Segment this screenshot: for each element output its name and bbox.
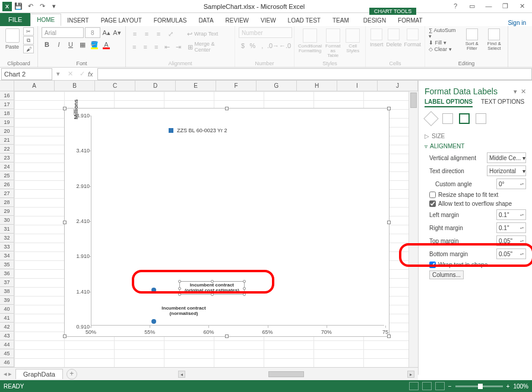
column-header[interactable]: J [378,81,418,91]
ribbon-options-icon[interactable]: ▭ [466,2,479,10]
tab-loadtest[interactable]: LOAD TEST [282,15,327,26]
page-layout-view-icon[interactable] [422,382,432,390]
tab-team[interactable]: TEAM [327,15,355,26]
row-header[interactable]: 22 [0,145,14,154]
tab-text-options[interactable]: TEXT OPTIONS [481,98,524,107]
text-direction-combo[interactable]: Horizontal▾ [487,165,526,176]
row-header[interactable]: 37 [0,278,14,287]
row-header[interactable]: 27 [0,189,14,198]
formula-input[interactable] [97,68,532,80]
increase-decimal-icon[interactable]: .0→ [268,40,278,51]
row-header[interactable]: 28 [0,198,14,207]
new-sheet-button[interactable]: + [66,369,77,380]
font-size-combo[interactable]: 8 [85,27,100,38]
vertical-scrollbar[interactable] [408,91,418,375]
top-margin-spinner[interactable]: 0.05"▴▾ [496,235,526,246]
find-select-button[interactable]: Find & Select [484,27,504,51]
tab-review[interactable]: REVIEW [220,15,255,26]
effects-icon[interactable] [442,113,453,124]
delete-cells-button[interactable]: Delete [386,27,401,47]
save-icon[interactable]: 💾 [13,1,24,12]
page-break-view-icon[interactable] [435,382,445,390]
format-painter-button[interactable]: 🖌 [23,45,34,53]
fx-icon[interactable]: fx [88,71,97,78]
column-headers[interactable]: ABCDEFGHIJ [14,81,418,91]
tab-data[interactable]: DATA [192,15,219,26]
sheet-tab-graphdata[interactable]: GraphData [15,369,63,379]
bottom-margin-spinner[interactable]: 0.05"▴▾ [496,248,526,259]
align-top-icon[interactable]: ≡ [129,28,140,39]
column-header[interactable]: H [297,81,337,91]
fill-color-button[interactable]: 🪣 [89,39,100,50]
comma-format-icon[interactable]: , [258,40,267,51]
row-header[interactable]: 35 [0,260,14,269]
fill-button[interactable]: ⬇ Fill ▾ [429,40,460,46]
data-point-1[interactable] [151,288,156,292]
section-alignment[interactable]: ▿ALIGNMENT [425,141,526,151]
tab-home[interactable]: HOME [30,14,61,26]
cut-button[interactable]: ✂ [23,27,34,36]
namebox-dropdown-icon[interactable]: ▾ [52,70,64,78]
fill-line-icon[interactable] [423,111,438,126]
redo-icon[interactable]: ↷ [37,1,48,12]
clear-button[interactable]: ◇ Clear ▾ [429,46,460,52]
zoom-in-button[interactable]: + [506,383,510,390]
row-header[interactable]: 34 [0,251,14,260]
wrap-text-button[interactable]: ↩Wrap Text [184,28,221,39]
row-header[interactable]: 45 [0,349,14,358]
tab-design[interactable]: DESIGN [357,15,392,26]
close-icon[interactable]: ✕ [515,2,528,10]
percent-format-icon[interactable]: % [248,40,256,51]
column-header[interactable]: A [14,81,55,91]
column-header[interactable]: C [95,81,135,91]
section-size[interactable]: ▷SIZE [425,131,526,141]
right-margin-spinner[interactable]: 0.1"▴▾ [496,222,526,233]
row-header[interactable]: 38 [0,287,14,296]
align-center-icon[interactable]: ≡ [141,42,151,52]
row-header[interactable]: 46 [0,358,14,367]
column-header[interactable]: E [176,81,216,91]
undo-icon[interactable]: ↶ [25,1,36,12]
resize-shape-checkbox[interactable] [429,192,436,198]
row-header[interactable]: 19 [0,118,14,127]
accounting-format-icon[interactable]: $ [239,40,247,51]
column-header[interactable]: G [256,81,297,91]
label-options-icon[interactable] [476,113,486,124]
restore-icon[interactable]: ❐ [499,2,512,10]
plot-area[interactable]: ZZS BL 60-0023 Yr 2 Incumbent contract (… [91,116,384,326]
decrease-font-icon[interactable]: A▾ [112,27,122,38]
row-header[interactable]: 20 [0,127,14,136]
column-header[interactable]: B [55,81,95,91]
minimize-icon[interactable]: — [482,2,495,10]
row-header[interactable]: 29 [0,207,14,216]
left-margin-spinner[interactable]: 0.1"▴▾ [496,209,526,220]
sheet-nav-last-icon[interactable]: ▸ [8,370,12,378]
wrap-text-checkbox[interactable] [429,262,436,268]
sort-filter-button[interactable]: Sort & Filter [462,27,482,51]
row-header[interactable]: 18 [0,109,14,118]
columns-button[interactable]: Columns... [429,270,464,279]
align-right-icon[interactable]: ≡ [151,42,162,52]
row-header[interactable]: 21 [0,136,14,145]
data-label-2[interactable]: Incumbent contract(normalised) [162,306,205,317]
row-header[interactable]: 41 [0,314,14,323]
row-header[interactable]: 17 [0,100,14,109]
underline-button[interactable]: U [65,39,76,50]
tab-format[interactable]: FORMAT [392,15,428,26]
orientation-icon[interactable]: ⤢ [165,28,176,39]
row-header[interactable]: 40 [0,305,14,314]
task-pane-options-icon[interactable]: ▾ [514,88,517,95]
row-headers[interactable]: 1617181920212223242526272829303132333435… [0,81,14,392]
row-header[interactable]: 44 [0,340,14,349]
decrease-decimal-icon[interactable]: ←.0 [280,40,290,51]
conditional-formatting-button[interactable]: Conditional Formatting [298,27,322,53]
tab-formulas[interactable]: FORMULAS [148,15,193,26]
copy-button[interactable]: ⧉ [23,36,34,44]
align-left-icon[interactable]: ≡ [129,42,140,52]
tab-file[interactable]: FILE [0,13,30,26]
zoom-out-button[interactable]: − [448,383,452,390]
row-header[interactable]: 16 [0,91,14,100]
tab-pagelayout[interactable]: PAGE LAYOUT [95,15,148,26]
size-properties-icon[interactable] [459,113,470,124]
column-header[interactable]: F [216,81,256,91]
